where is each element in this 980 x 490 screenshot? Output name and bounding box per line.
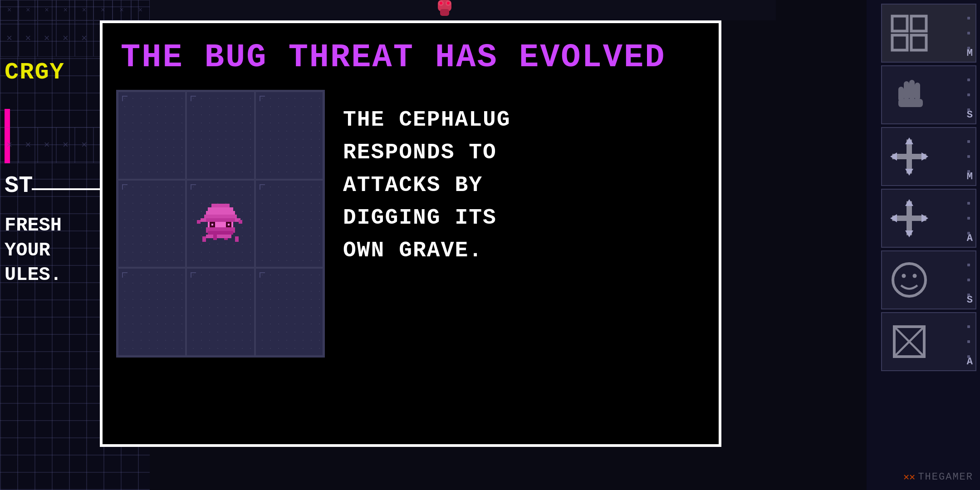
svg-rect-31 xyxy=(892,35,907,50)
bottom-text: FRESH YOUR ULES. xyxy=(5,213,62,288)
svg-rect-15 xyxy=(228,224,230,225)
grid-cell-1-2 xyxy=(255,180,323,268)
svg-rect-27 xyxy=(202,236,206,242)
svg-rect-39 xyxy=(892,154,926,159)
svg-rect-8 xyxy=(206,211,235,215)
svg-point-5 xyxy=(447,2,450,5)
grid-cell-creature xyxy=(186,180,255,268)
top-game-area xyxy=(150,0,776,20)
svg-marker-48 xyxy=(890,214,897,222)
svg-marker-41 xyxy=(905,169,913,176)
svg-marker-46 xyxy=(905,199,913,206)
svg-rect-33 xyxy=(904,81,909,100)
svg-rect-6 xyxy=(211,204,230,207)
svg-rect-23 xyxy=(201,218,206,222)
svg-rect-17 xyxy=(208,231,233,235)
top-creature-sprite xyxy=(422,0,467,20)
grid-cell-2-1 xyxy=(186,268,255,356)
grid-cell-0-0 xyxy=(118,91,186,180)
svg-rect-22 xyxy=(224,238,228,240)
grid-cell-0-2 xyxy=(255,91,323,180)
dialog-title: THE BUG THREAT HAS EVOLVED xyxy=(103,23,719,85)
icon-dots-2 xyxy=(962,66,975,123)
svg-rect-37 xyxy=(898,99,923,107)
svg-marker-49 xyxy=(921,214,928,222)
svg-rect-1 xyxy=(440,9,449,16)
icon-dots-6 xyxy=(962,313,975,370)
thegamer-watermark: ✕✕ THEGAMER xyxy=(903,471,973,483)
dialog-box: THE BUG THREAT HAS EVOLVED xyxy=(100,20,721,447)
svg-rect-9 xyxy=(204,215,237,218)
creature-grid xyxy=(116,90,325,358)
grid-cell-1-0 xyxy=(118,180,186,268)
svg-rect-28 xyxy=(235,236,239,242)
sidebar-icon-move1[interactable]: M xyxy=(881,127,976,186)
st-label: ST xyxy=(5,172,33,199)
svg-rect-10 xyxy=(204,218,237,222)
dialog-description: THE CEPHALUG RESPONDS TO ATTACKS BY DIGG… xyxy=(343,90,705,420)
svg-rect-30 xyxy=(911,16,926,31)
svg-rect-18 xyxy=(206,235,213,238)
sidebar-icon-box-cross[interactable]: A xyxy=(881,312,976,371)
svg-point-52 xyxy=(913,274,917,278)
svg-rect-34 xyxy=(909,80,915,100)
watermark-text: THEGAMER xyxy=(918,471,973,483)
icon-dots-1 xyxy=(962,5,975,62)
svg-point-50 xyxy=(893,264,926,296)
svg-rect-29 xyxy=(892,16,907,31)
svg-point-51 xyxy=(902,274,906,278)
right-sidebar: M S xyxy=(867,0,980,490)
grid-cell-0-1 xyxy=(186,91,255,180)
sidebar-icon-grid[interactable]: M xyxy=(881,4,976,63)
sidebar-icon-hand[interactable]: S xyxy=(881,65,976,124)
svg-rect-21 xyxy=(224,235,231,238)
svg-rect-14 xyxy=(211,224,213,225)
sidebar-icon-face[interactable]: S xyxy=(881,250,976,309)
svg-marker-43 xyxy=(921,152,928,161)
icon-dots-3 xyxy=(962,128,975,185)
svg-point-4 xyxy=(440,2,442,5)
svg-rect-19 xyxy=(213,235,217,240)
top-grid-row: × × × × × × × × xyxy=(0,0,150,20)
dialog-content: THE CEPHALUG RESPONDS TO ATTACKS BY DIGG… xyxy=(103,85,719,434)
svg-rect-26 xyxy=(239,220,242,224)
energy-label: CRGY xyxy=(5,59,65,86)
svg-rect-35 xyxy=(915,83,920,100)
icon-dots-4 xyxy=(962,190,975,247)
svg-rect-7 xyxy=(208,207,233,211)
grid-cell-2-0 xyxy=(118,268,186,356)
svg-rect-32 xyxy=(911,35,926,50)
watermark-icon: ✕✕ xyxy=(903,471,916,483)
sidebar-icon-move2[interactable]: A xyxy=(881,189,976,248)
svg-rect-20 xyxy=(217,235,224,238)
svg-marker-42 xyxy=(890,152,897,161)
svg-rect-24 xyxy=(197,220,201,224)
svg-rect-45 xyxy=(892,216,926,221)
svg-marker-40 xyxy=(905,137,913,144)
icon-dots-5 xyxy=(962,251,975,309)
svg-marker-47 xyxy=(905,230,913,237)
grid-cell-2-2 xyxy=(255,268,323,356)
